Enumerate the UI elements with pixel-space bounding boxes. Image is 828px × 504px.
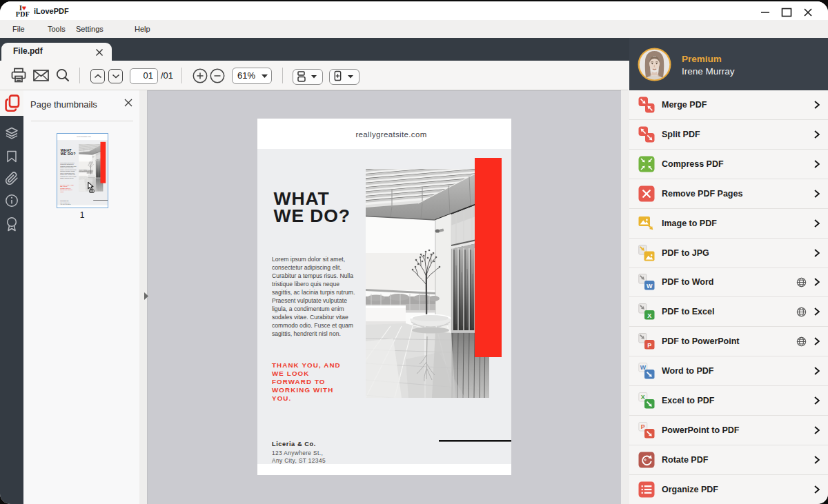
svg-text:sodales vitae. Curabitur vitae: sodales vitae. Curabitur vitae	[272, 314, 348, 321]
svg-text:Liceria & Co.: Liceria & Co.	[272, 441, 316, 447]
svg-text:WE DO?: WE DO?	[274, 205, 351, 226]
svg-text:reallygreatsite.com: reallygreatsite.com	[355, 130, 426, 139]
svg-text:reallygreatsite.com: reallygreatsite.com	[77, 136, 90, 137]
svg-text:consectetur adipiscing elit.: consectetur adipiscing elit.	[272, 264, 342, 271]
svg-text:Lorem ipsum dolor sit amet,: Lorem ipsum dolor sit amet,	[272, 256, 345, 263]
svg-text:sagittis, ac lacinia turpis ru: sagittis, ac lacinia turpis rutrum.	[272, 289, 355, 296]
svg-text:FORWARD TO: FORWARD TO	[272, 378, 326, 385]
svg-text:123 Anywhere St.,: 123 Anywhere St.,	[272, 450, 323, 456]
svg-text:P: P	[641, 423, 645, 430]
svg-text:ligula, a condimentum enim: ligula, a condimentum enim	[272, 305, 344, 312]
svg-text:YOU.: YOU.	[60, 191, 64, 192]
svg-text:X: X	[647, 312, 651, 319]
svg-text:W: W	[647, 283, 653, 290]
svg-text:Curabitur a tempus risus. Null: Curabitur a tempus risus. Nulla	[272, 272, 353, 279]
svg-text:P: P	[647, 342, 651, 349]
svg-text:WORKING WITH: WORKING WITH	[272, 386, 333, 394]
svg-text:tristique libero quis neque: tristique libero quis neque	[272, 281, 339, 288]
svg-text:WE DO?: WE DO?	[61, 152, 76, 156]
svg-text:commodo odio. Fusce et quam: commodo odio. Fusce et quam	[272, 322, 353, 329]
svg-text:X: X	[641, 394, 645, 401]
svg-text:sagittis, hendrerit nisl non.: sagittis, hendrerit nisl non.	[272, 330, 341, 337]
svg-text:WE LOOK: WE LOOK	[272, 370, 310, 377]
svg-text:THANK YOU, AND: THANK YOU, AND	[272, 361, 341, 369]
svg-text:YOU.: YOU.	[272, 394, 291, 402]
svg-text:Any City, ST 12345: Any City, ST 12345	[272, 457, 326, 464]
svg-text:Praesent vulputate vulputate: Praesent vulputate vulputate	[272, 297, 347, 304]
